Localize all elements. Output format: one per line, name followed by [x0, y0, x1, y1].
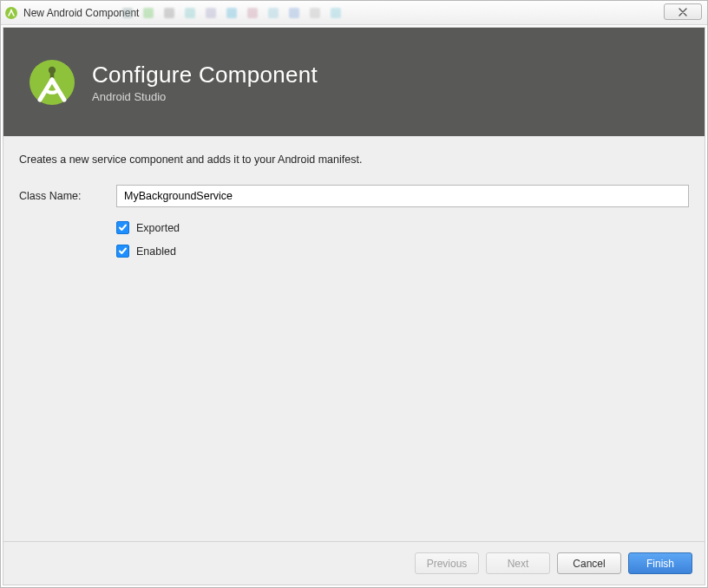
dialog-window: New Android Component: [0, 0, 708, 588]
previous-button[interactable]: Previous: [415, 552, 479, 574]
enabled-label: Enabled: [136, 245, 176, 258]
header-bar: Configure Component Android Studio: [3, 28, 705, 136]
footer: Previous Next Cancel Finish: [3, 541, 705, 585]
android-studio-icon: [4, 6, 18, 20]
dialog-body: Configure Component Android Studio Creat…: [3, 27, 705, 585]
class-name-row: Class Name:: [19, 185, 689, 207]
form-area: Creates a new service component and adds…: [3, 136, 705, 541]
class-name-input[interactable]: [116, 185, 689, 207]
exported-checkbox[interactable]: [116, 221, 129, 234]
header-title: Configure Component: [92, 62, 318, 88]
checkmark-icon: [118, 244, 128, 259]
form-description: Creates a new service component and adds…: [19, 154, 689, 166]
svg-point-1: [10, 9, 12, 10]
next-button[interactable]: Next: [486, 552, 550, 574]
class-name-label: Class Name:: [19, 190, 116, 202]
exported-row: Exported: [116, 221, 689, 234]
close-button[interactable]: [664, 3, 702, 20]
android-studio-logo-icon: [28, 58, 76, 107]
exported-label: Exported: [136, 222, 180, 234]
header-text: Configure Component Android Studio: [92, 62, 318, 103]
checkmark-icon: [118, 220, 128, 236]
finish-button[interactable]: Finish: [628, 552, 692, 574]
titlebar: New Android Component: [1, 1, 707, 25]
enabled-checkbox[interactable]: [116, 245, 129, 258]
background-toolbar-blur: [122, 6, 646, 20]
header-subtitle: Android Studio: [92, 90, 318, 103]
svg-point-0: [5, 7, 17, 19]
close-icon: [678, 4, 687, 20]
cancel-button[interactable]: Cancel: [557, 552, 621, 574]
enabled-row: Enabled: [116, 245, 689, 258]
